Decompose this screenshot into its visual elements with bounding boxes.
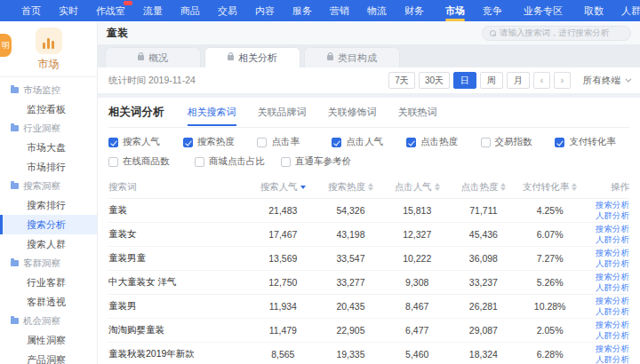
granularity-button-日[interactable]: 日 [453, 72, 476, 89]
action-link-人群分析[interactable]: 人群分析 [582, 306, 629, 317]
nav-item-流量[interactable]: 流量 [134, 0, 172, 21]
sidebar-item-搜索人群[interactable]: 搜索人群 [0, 234, 97, 254]
action-link-人群分析[interactable]: 人群分析 [582, 282, 629, 293]
filter-checkbox-在线商品数[interactable]: 在线商品数 [108, 155, 195, 168]
column-header-搜索人气[interactable]: 搜索人气 [249, 177, 316, 198]
sidebar-item-搜索排行[interactable]: 搜索排行 [0, 195, 97, 215]
terminal-dropdown[interactable]: 所有终端 [583, 75, 629, 87]
sidebar-item-搜索分析[interactable]: 搜索分析 [0, 215, 97, 234]
card-tab-相关搜索词[interactable]: 相关搜索词 [188, 106, 236, 126]
sidebar-section-客群洞察[interactable]: 客群洞察 [0, 254, 97, 273]
column-header-搜索热度[interactable]: 搜索热度 [316, 177, 384, 198]
filter-checkbox-直通车参考价[interactable]: 直通车参考价 [281, 155, 367, 168]
related-words-card: 相关词分析 相关搜索词关联品牌词关联修饰词关联热词 搜索人气搜索热度点击率点击人… [98, 98, 640, 364]
card-title: 相关词分析 [108, 105, 164, 127]
granularity-button-月[interactable]: 月 [507, 72, 530, 89]
filter-checkbox-点击人气[interactable]: 点击人气 [332, 136, 406, 148]
sidebar-section-机会洞察[interactable]: 机会洞察 [0, 312, 97, 330]
search-input[interactable]: 请输入搜索词，进行搜索分析 [482, 26, 631, 41]
action-link-人群分析[interactable]: 人群分析 [582, 210, 629, 221]
action-link-人群分析[interactable]: 人群分析 [582, 330, 629, 341]
action-link-人群分析[interactable]: 人群分析 [582, 258, 629, 269]
nav-item-作战室[interactable]: 作战室 [87, 0, 134, 21]
nav-item-取数[interactable]: 取数 [575, 0, 612, 21]
granularity-button-周[interactable]: 周 [480, 72, 503, 89]
floating-edge-tag[interactable]: 明 [0, 34, 12, 57]
nav-item-内容[interactable]: 内容 [246, 0, 284, 21]
sidebar-item-市场大盘[interactable]: 市场大盘 [0, 138, 97, 157]
sidebar-item-市场排行[interactable]: 市场排行 [0, 157, 97, 177]
column-header-点击热度[interactable]: 点击热度 [450, 177, 517, 198]
bar-chart-icon [36, 28, 62, 54]
next-date-button[interactable]: › [554, 72, 571, 89]
nav-item-首页[interactable]: 首页 [12, 0, 50, 21]
action-link-搜索分析[interactable]: 搜索分析 [582, 248, 629, 258]
sidebar-item-客群透视[interactable]: 客群透视 [0, 292, 97, 312]
action-link-搜索分析[interactable]: 搜索分析 [582, 320, 629, 330]
sidebar-item-监控看板[interactable]: 监控看板 [0, 99, 97, 119]
sort-down-icon [368, 187, 373, 191]
sort-up-icon [368, 183, 373, 186]
cell-value: 33,277 [316, 270, 384, 294]
cell-keyword: 童装男 [108, 294, 249, 318]
action-link-人群分析[interactable]: 人群分析 [582, 354, 629, 364]
range-button-30天[interactable]: 30天 [419, 72, 450, 89]
card-tab-关联热词[interactable]: 关联热词 [398, 106, 437, 126]
nav-item-营销[interactable]: 营销 [321, 0, 358, 21]
cell-keyword: 童装秋装2019年新款 [108, 342, 249, 364]
filter-label: 在线商品数 [123, 155, 170, 168]
filter-checkbox-搜索热度[interactable]: 搜索热度 [183, 136, 258, 148]
tab-概况[interactable]: 概况 [105, 47, 201, 67]
cell-actions: 搜索分析人群分析 [582, 270, 629, 294]
sidebar-section-市场监控[interactable]: 市场监控 [0, 81, 97, 99]
action-link-搜索分析[interactable]: 搜索分析 [582, 272, 629, 282]
metric-filters: 搜索人气搜索热度点击率点击人气点击热度交易指数支付转化率在线商品数商城点击占比直… [108, 128, 629, 177]
sidebar-section-label: 行业洞察 [23, 123, 60, 135]
nav-item-竞争[interactable]: 竞争 [474, 0, 511, 21]
sidebar-item-行业客群[interactable]: 行业客群 [0, 273, 97, 292]
filter-checkbox-搜索人气[interactable]: 搜索人气 [108, 136, 183, 148]
filter-checkbox-商城点击占比[interactable]: 商城点击占比 [195, 155, 281, 168]
cell-value: 5.26% [517, 270, 582, 294]
column-header-支付转化率[interactable]: 支付转化率 [517, 177, 582, 198]
action-link-搜索分析[interactable]: 搜索分析 [582, 200, 629, 210]
action-link-搜索分析[interactable]: 搜索分析 [582, 296, 629, 306]
filter-checkbox-点击热度[interactable]: 点击热度 [406, 136, 481, 148]
nav-item-业务专区[interactable]: 业务专区 [515, 0, 572, 21]
sidebar-section-搜索洞察[interactable]: 搜索洞察 [0, 177, 97, 195]
main-content: 童装 请输入搜索词，进行搜索分析 概况相关分析类目构成 统计时间 2019-11… [98, 21, 640, 364]
filter-checkbox-点击率[interactable]: 点击率 [257, 136, 332, 148]
nav-item-市场[interactable]: 市场 [436, 0, 474, 21]
action-link-人群分析[interactable]: 人群分析 [582, 234, 629, 245]
module-label: 市场 [0, 57, 97, 72]
cell-actions: 搜索分析人群分析 [582, 318, 629, 342]
action-link-搜索分析[interactable]: 搜索分析 [582, 344, 629, 354]
nav-item-财务[interactable]: 财务 [396, 0, 433, 21]
date-toolbar: 统计时间 2019-11-24 7天30天日周月‹›所有终端 [98, 67, 640, 94]
sort-down-icon [572, 187, 577, 191]
range-button-7天[interactable]: 7天 [388, 72, 415, 89]
tab-相关分析[interactable]: 相关分析 [204, 47, 300, 67]
nav-item-物流[interactable]: 物流 [358, 0, 396, 21]
action-link-搜索分析[interactable]: 搜索分析 [582, 224, 629, 234]
prev-date-button[interactable]: ‹ [533, 72, 550, 89]
filter-checkbox-交易指数[interactable]: 交易指数 [481, 136, 556, 148]
nav-item-交易[interactable]: 交易 [209, 0, 246, 21]
cell-value: 13,569 [249, 246, 316, 270]
sidebar-item-属性洞察[interactable]: 属性洞察 [0, 330, 97, 350]
nav-item-商品[interactable]: 商品 [172, 0, 209, 21]
nav-item-服务[interactable]: 服务 [284, 0, 321, 21]
sidebar-section-label: 市场监控 [23, 84, 60, 97]
cell-value: 71,711 [450, 198, 517, 222]
filter-label: 点击率 [271, 136, 300, 148]
card-tab-关联修饰词[interactable]: 关联修饰词 [328, 106, 377, 126]
filter-row: 搜索人气搜索热度点击率点击人气点击热度交易指数支付转化率 [108, 136, 629, 148]
column-header-点击人气[interactable]: 点击人气 [385, 177, 450, 198]
nav-item-人群管理[interactable]: 人群管理 [612, 0, 640, 21]
nav-item-实时[interactable]: 实时 [50, 0, 87, 21]
tab-类目构成[interactable]: 类目构成 [304, 47, 400, 67]
card-tab-关联品牌词[interactable]: 关联品牌词 [258, 106, 307, 126]
filter-checkbox-支付转化率[interactable]: 支付转化率 [555, 136, 629, 148]
sidebar-section-行业洞察[interactable]: 行业洞察 [0, 119, 97, 138]
sidebar-item-产品洞察[interactable]: 产品洞察 [0, 350, 97, 364]
